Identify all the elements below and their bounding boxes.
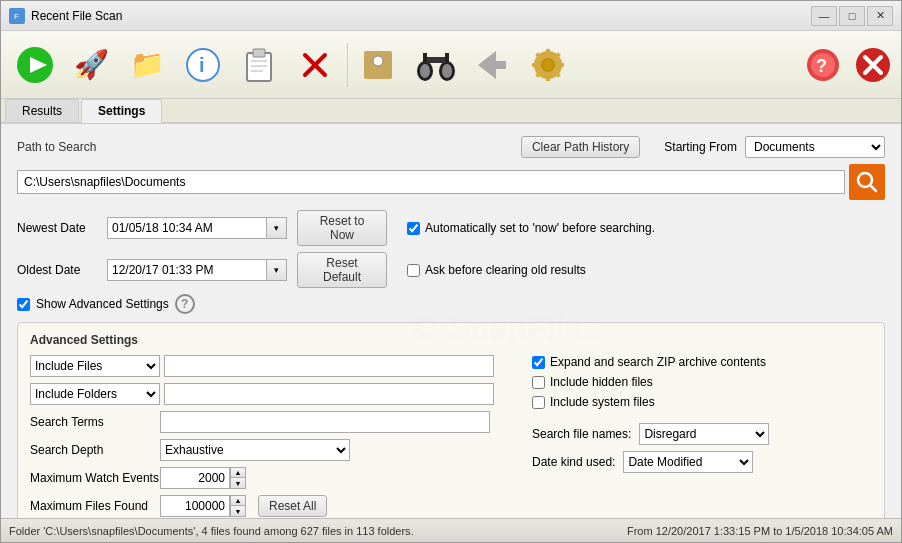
include-files-input[interactable]	[164, 355, 494, 377]
include-folders-select[interactable]: Include Folders Exclude Folders	[30, 383, 160, 405]
path-input-row	[17, 164, 885, 200]
ask-before-checkbox[interactable]	[407, 264, 420, 277]
toolbar-separator	[347, 43, 348, 87]
clipboard-button[interactable]	[233, 38, 285, 92]
include-folders-input[interactable]	[164, 383, 494, 405]
advanced-title: Advanced Settings	[30, 333, 872, 347]
include-files-select[interactable]: Include Files Exclude Files	[30, 355, 160, 377]
delete-button[interactable]	[289, 38, 341, 92]
max-files-down[interactable]: ▼	[230, 506, 246, 517]
folder-button[interactable]: 📁	[121, 38, 173, 92]
max-files-row: Maximum Files Found ▲ ▼ Reset All	[30, 495, 512, 517]
title-bar: F Recent File Scan — □ ✕	[1, 1, 901, 31]
oldest-date-row: Oldest Date ▾ Reset Default Ask before c…	[17, 252, 885, 288]
show-advanced-checkbox[interactable]	[17, 298, 30, 311]
exit-button[interactable]	[853, 38, 893, 92]
max-watch-input[interactable]	[160, 467, 230, 489]
max-files-spinner: ▲ ▼	[230, 495, 246, 517]
app-icon: F	[9, 8, 25, 24]
svg-text:?: ?	[816, 56, 827, 76]
path-input[interactable]	[17, 170, 845, 194]
expand-zip-label: Expand and search ZIP archive contents	[550, 355, 766, 369]
window-controls: — □ ✕	[811, 6, 893, 26]
system-files-row: Include system files	[532, 395, 872, 409]
svg-rect-28	[532, 63, 540, 67]
auto-set-checkbox[interactable]	[407, 222, 420, 235]
search-names-row: Search file names: Disregard Match Conta…	[532, 423, 872, 445]
max-files-up[interactable]: ▲	[230, 495, 246, 506]
svg-point-14	[373, 56, 383, 66]
magnify-button[interactable]	[354, 38, 406, 92]
advanced-toggle-row: Show Advanced Settings ?	[17, 294, 885, 314]
svg-rect-29	[556, 63, 564, 67]
svg-rect-7	[253, 49, 265, 57]
search-depth-select[interactable]: Exhaustive Shallow Medium	[160, 439, 350, 461]
system-files-label: Include system files	[550, 395, 655, 409]
oldest-date-input[interactable]	[107, 259, 267, 281]
system-files-checkbox[interactable]	[532, 396, 545, 409]
max-watch-down[interactable]: ▼	[230, 478, 246, 489]
date-kind-label: Date kind used:	[532, 455, 615, 469]
svg-text:F: F	[14, 12, 19, 21]
search-icon-button[interactable]	[849, 164, 885, 200]
info-button[interactable]: i	[177, 38, 229, 92]
auto-set-label: Automatically set to 'now' before search…	[425, 221, 655, 235]
tab-settings[interactable]: Settings	[81, 99, 162, 123]
max-files-label: Maximum Files Found	[30, 499, 160, 513]
svg-point-21	[420, 64, 430, 78]
reset-all-button[interactable]: Reset All	[258, 495, 327, 517]
binoculars-button[interactable]	[410, 38, 462, 92]
maximize-button[interactable]: □	[839, 6, 865, 26]
help-icon[interactable]: ?	[175, 294, 195, 314]
tab-bar: Results Settings	[1, 99, 901, 124]
newest-date-picker-button[interactable]: ▾	[267, 217, 287, 239]
close-button[interactable]: ✕	[867, 6, 893, 26]
status-right: From 12/20/2017 1:33:15 PM to 1/5/2018 1…	[627, 525, 893, 537]
search-depth-row: Search Depth Exhaustive Shallow Medium	[30, 439, 512, 461]
search-terms-input[interactable]	[160, 411, 490, 433]
search-names-select[interactable]: Disregard Match Contains	[639, 423, 769, 445]
status-left: Folder 'C:\Users\snapfiles\Documents', 4…	[9, 525, 414, 537]
max-watch-row: Maximum Watch Events ▲ ▼	[30, 467, 512, 489]
max-watch-up[interactable]: ▲	[230, 467, 246, 478]
ask-before-label: Ask before clearing old results	[425, 263, 586, 277]
date-kind-select[interactable]: Date Modified Date Created Date Accessed	[623, 451, 753, 473]
rocket-button[interactable]: 🚀	[65, 38, 117, 92]
minimize-button[interactable]: —	[811, 6, 837, 26]
play-button[interactable]	[9, 38, 61, 92]
starting-from-select[interactable]: Documents Desktop Downloads My Computer	[745, 136, 885, 158]
reset-to-now-button[interactable]: Reset to Now	[297, 210, 387, 246]
path-label: Path to Search	[17, 140, 96, 154]
advanced-settings-box: Advanced Settings Include Files Exclude …	[17, 322, 885, 518]
clear-path-button[interactable]: Clear Path History	[521, 136, 640, 158]
svg-marker-23	[478, 51, 506, 79]
include-files-row: Include Files Exclude Files	[30, 355, 512, 377]
status-bar: Folder 'C:\Users\snapfiles\Documents', 4…	[1, 518, 901, 542]
help-button[interactable]: ?	[797, 38, 849, 92]
advanced-columns: Include Files Exclude Files Include Fold…	[30, 355, 872, 518]
search-names-label: Search file names:	[532, 427, 631, 441]
newest-date-row: Newest Date ▾ Reset to Now Automatically…	[17, 210, 885, 246]
arrow-button[interactable]	[466, 38, 518, 92]
max-files-input[interactable]	[160, 495, 230, 517]
expand-zip-checkbox[interactable]	[532, 356, 545, 369]
hidden-files-checkbox[interactable]	[532, 376, 545, 389]
search-depth-label: Search Depth	[30, 443, 160, 457]
svg-rect-26	[546, 49, 550, 57]
svg-rect-20	[427, 57, 445, 63]
oldest-date-picker-button[interactable]: ▾	[267, 259, 287, 281]
gear-button[interactable]	[522, 38, 574, 92]
path-to-search-row: Path to Search Clear Path History Starti…	[17, 136, 885, 158]
advanced-right-col: Expand and search ZIP archive contents I…	[532, 355, 872, 518]
hidden-files-label: Include hidden files	[550, 375, 653, 389]
reset-default-button[interactable]: Reset Default	[297, 252, 387, 288]
newest-date-label: Newest Date	[17, 221, 107, 235]
tab-results[interactable]: Results	[5, 99, 79, 122]
hidden-files-row: Include hidden files	[532, 375, 872, 389]
starting-from-label: Starting From	[664, 140, 737, 154]
newest-date-input[interactable]	[107, 217, 267, 239]
svg-point-34	[543, 60, 553, 70]
oldest-date-label: Oldest Date	[17, 263, 107, 277]
svg-rect-27	[546, 73, 550, 81]
date-kind-row: Date kind used: Date Modified Date Creat…	[532, 451, 872, 473]
